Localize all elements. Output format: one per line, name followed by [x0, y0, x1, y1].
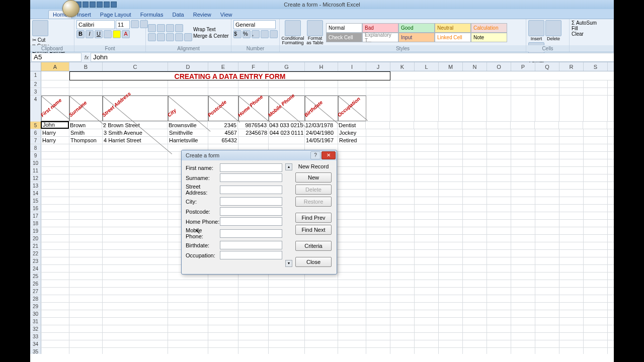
cell[interactable]: [390, 167, 415, 174]
cell[interactable]: [584, 265, 608, 272]
cell[interactable]: [511, 227, 535, 234]
cell[interactable]: [559, 159, 584, 166]
cell[interactable]: [415, 220, 439, 227]
criteria-button[interactable]: Criteria: [295, 241, 332, 251]
font-color-icon[interactable]: A: [122, 30, 130, 38]
cell[interactable]: [390, 205, 415, 212]
cell[interactable]: [487, 88, 511, 95]
col-header-R[interactable]: R: [559, 62, 584, 71]
cell[interactable]: [559, 167, 584, 174]
cell[interactable]: [41, 205, 69, 212]
row-header[interactable]: 23: [30, 257, 41, 264]
cell[interactable]: [584, 80, 608, 87]
cell[interactable]: [103, 182, 168, 189]
cell[interactable]: [103, 288, 168, 295]
cell[interactable]: [463, 159, 487, 166]
cell[interactable]: [415, 242, 439, 249]
cell[interactable]: [41, 235, 69, 242]
header-cell[interactable]: Occupation: [338, 96, 366, 121]
cell[interactable]: [463, 197, 487, 204]
cell[interactable]: [390, 280, 415, 287]
cell[interactable]: [41, 340, 69, 347]
cell[interactable]: [338, 295, 366, 302]
cell[interactable]: [535, 182, 559, 189]
cell[interactable]: [69, 235, 103, 242]
row-header[interactable]: 21: [30, 242, 41, 249]
cell[interactable]: Smith: [69, 129, 103, 136]
cell[interactable]: [584, 197, 608, 204]
cell[interactable]: [305, 325, 338, 332]
cell[interactable]: [41, 280, 69, 287]
cell[interactable]: [438, 122, 462, 129]
cell[interactable]: [535, 273, 559, 280]
cell[interactable]: [584, 340, 608, 347]
cell[interactable]: [584, 333, 608, 340]
col-header-F[interactable]: F: [238, 62, 269, 71]
cell[interactable]: [559, 174, 584, 182]
cell[interactable]: [439, 220, 463, 227]
format-as-table-icon[interactable]: [307, 20, 323, 36]
cell[interactable]: [415, 273, 439, 280]
cell[interactable]: [439, 318, 463, 325]
cell[interactable]: [511, 242, 535, 249]
cell[interactable]: [535, 280, 559, 287]
cell[interactable]: [559, 190, 584, 197]
cell[interactable]: [103, 167, 168, 174]
cell[interactable]: [41, 220, 69, 227]
cell[interactable]: John: [41, 121, 69, 129]
header-cell[interactable]: [463, 96, 487, 121]
cell[interactable]: [439, 227, 463, 234]
cell[interactable]: [463, 280, 487, 287]
cell[interactable]: [338, 340, 366, 347]
cell[interactable]: [463, 340, 487, 347]
cell[interactable]: [390, 212, 415, 219]
cell[interactable]: [390, 257, 415, 264]
cell[interactable]: 9876543: [238, 122, 268, 129]
cell[interactable]: [390, 174, 415, 182]
cell[interactable]: [559, 235, 584, 242]
cell[interactable]: [338, 212, 366, 219]
cell[interactable]: [366, 310, 390, 317]
cell[interactable]: [559, 333, 584, 340]
cell[interactable]: [559, 257, 584, 264]
cell[interactable]: [366, 303, 390, 310]
cell[interactable]: [103, 348, 168, 354]
cell[interactable]: Harrietsville: [168, 137, 208, 144]
cell[interactable]: [366, 227, 390, 234]
cell[interactable]: [168, 333, 208, 340]
cell[interactable]: [487, 303, 511, 310]
cell[interactable]: [535, 242, 559, 249]
cell[interactable]: [390, 88, 415, 95]
cell[interactable]: [41, 242, 69, 249]
cell[interactable]: [41, 167, 69, 174]
cell[interactable]: [366, 295, 390, 302]
cell[interactable]: [41, 174, 69, 182]
cell[interactable]: [487, 144, 511, 151]
cell[interactable]: 14/05/1967: [305, 137, 338, 144]
cell[interactable]: [439, 197, 463, 204]
cell[interactable]: [69, 325, 103, 332]
cell[interactable]: [463, 235, 487, 242]
cell[interactable]: [415, 280, 439, 287]
cell[interactable]: [69, 190, 103, 197]
style-normal[interactable]: Normal: [326, 23, 362, 33]
cell[interactable]: [511, 80, 535, 87]
cell[interactable]: [439, 144, 463, 151]
cell[interactable]: [366, 325, 390, 332]
tab-review[interactable]: Review: [189, 11, 215, 19]
autosum-button[interactable]: Σ AutoSum: [572, 20, 597, 26]
cell[interactable]: [366, 122, 390, 129]
cell[interactable]: [463, 80, 487, 87]
cell[interactable]: [168, 80, 208, 87]
cell[interactable]: [338, 144, 366, 151]
header-cell[interactable]: Street Address: [103, 96, 168, 121]
cell[interactable]: [487, 174, 511, 182]
fill-button[interactable]: Fill: [572, 26, 578, 31]
cell[interactable]: [415, 205, 439, 212]
cell[interactable]: [584, 212, 608, 219]
row-header[interactable]: 19: [30, 227, 41, 234]
cell[interactable]: [584, 137, 608, 144]
cell[interactable]: [208, 340, 238, 347]
cell[interactable]: [439, 152, 463, 159]
cell[interactable]: [584, 167, 608, 174]
